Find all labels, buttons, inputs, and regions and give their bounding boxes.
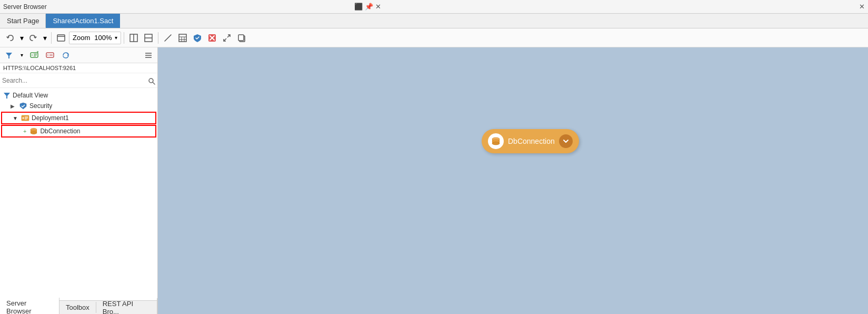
panel-toolbar: ▾ + [0,47,157,63]
main-toolbar: ▾ ▾ Zoom 100% ▾ [0,28,868,47]
copy-button[interactable] [235,31,248,45]
canvas-dbconnection-node[interactable]: DbConnection [482,129,579,153]
default-view-label: Default View [13,92,48,99]
node-dropdown-icon [563,138,569,144]
layout-button2[interactable] [142,31,155,45]
table-button[interactable] [176,31,189,45]
security-item[interactable]: ▶ Security [0,101,157,111]
zoom-value: 100% [94,34,112,42]
shield-button[interactable] [191,31,204,45]
undo-button[interactable] [3,31,17,45]
line-tool-button[interactable] [161,31,175,45]
expand-button[interactable] [220,31,234,45]
tab-start-page[interactable]: Start Page [0,14,46,28]
main-area: ▾ + HTTPS:\\LOCALHOST:9261 [0,47,868,314]
node-icon-circle [488,133,504,149]
dbconnection-tree-item[interactable]: + DbConnection [1,125,156,138]
server-browser-title: Server Browser [3,3,47,11]
title-bar: Server Browser ⬛ 📌 ✕ ✕ [0,0,868,14]
security-expand-icon: ▶ [11,103,17,109]
sep2 [124,32,124,44]
cancel-button[interactable] [205,31,219,45]
security-icon [19,102,27,110]
svg-rect-7 [179,34,186,42]
pin-icon[interactable]: ⬛ [354,3,363,11]
zoom-label: Zoom [73,34,90,42]
remove-server-button[interactable] [43,48,57,62]
title-bar-left: Server Browser [3,3,47,11]
search-row [0,73,157,88]
title-close-icon[interactable]: ✕ [375,3,381,11]
redo-dropdown[interactable]: ▾ [41,31,48,45]
canvas-node-label: DbConnection [508,137,555,145]
svg-point-48 [492,142,500,145]
svg-text:+: + [36,51,38,55]
deployment-item[interactable]: ▼ Deployment1 [1,112,156,124]
tabs-row: Start Page SharedAction1.Sact [0,14,868,28]
left-panel: ▾ + HTTPS:\\LOCALHOST:9261 [0,47,158,314]
frame-button[interactable] [54,31,68,45]
zoom-control[interactable]: Zoom 100% ▾ [69,32,121,44]
bottom-tab-server-browser[interactable]: Server Browser [0,298,59,315]
tree-area: Default View ▶ Security ▼ Deployment1 + … [0,88,157,300]
bottom-tabs: Server Browser Toolbox REST API Bro... [0,300,157,314]
zoom-dropdown-icon: ▾ [115,35,117,41]
default-view-header[interactable]: Default View [0,90,157,101]
svg-rect-18 [238,35,244,41]
sep1 [51,32,52,44]
server-url: HTTPS:\\LOCALHOST:9261 [0,63,157,73]
svg-line-6 [165,35,171,41]
canvas-area: DbConnection [158,47,868,314]
add-server-button[interactable]: + [27,48,41,62]
deployment-label: Deployment1 [32,114,69,122]
node-dropdown-button[interactable] [559,134,573,148]
dbconnection-plus-icon: + [23,128,26,134]
tab-shared-action[interactable]: SharedAction1.Sact [46,14,120,28]
deployment-expand-icon: ▼ [13,115,19,121]
layout-button1[interactable] [127,31,141,45]
node-db-icon [491,136,501,146]
svg-line-33 [153,82,155,84]
list-view-button[interactable] [142,48,155,62]
svg-point-27 [47,54,48,55]
deployment-icon [21,114,29,122]
title-bar-right: ⬛ 📌 ✕ ✕ [354,3,865,11]
bottom-tab-toolbox[interactable]: Toolbox [59,302,96,313]
svg-rect-0 [57,35,65,41]
sep3 [158,32,158,44]
main-close-icon[interactable]: ✕ [859,3,865,11]
redo-button[interactable] [26,31,40,45]
security-label: Security [29,102,52,110]
search-icon[interactable] [148,76,155,84]
dbconnection-tree-label: DbConnection [40,127,80,135]
svg-point-37 [23,117,24,119]
bottom-tab-rest-api[interactable]: REST API Bro... [96,298,157,315]
filter-button[interactable] [2,48,16,62]
undo-dropdown[interactable]: ▾ [18,31,25,45]
svg-marker-19 [6,53,12,58]
refresh-button[interactable] [59,48,73,62]
search-input[interactable] [2,77,148,84]
filter-dropdown[interactable]: ▾ [18,48,25,62]
svg-marker-34 [4,93,10,99]
dbconnection-icon [29,127,38,135]
pin-icon2[interactable]: 📌 [365,3,373,11]
svg-point-44 [31,132,37,134]
svg-point-21 [32,54,33,55]
